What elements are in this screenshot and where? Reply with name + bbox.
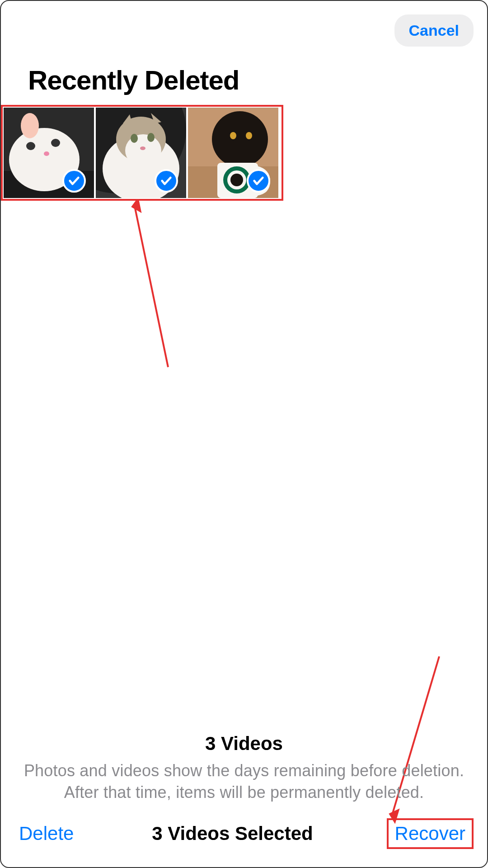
svg-point-15 xyxy=(147,133,155,142)
info-section: 3 Videos Photos and videos show the days… xyxy=(1,733,487,804)
annotation-highlight-thumbnails xyxy=(1,105,283,201)
selection-status: 3 Videos Selected xyxy=(152,823,313,844)
svg-point-21 xyxy=(246,132,252,139)
svg-point-14 xyxy=(131,134,138,143)
thumbnails-container xyxy=(1,105,487,201)
page-title: Recently Deleted xyxy=(1,51,487,105)
cancel-button[interactable]: Cancel xyxy=(394,14,474,47)
svg-point-19 xyxy=(212,111,268,167)
bottom-toolbar: Delete 3 Videos Selected Recover xyxy=(1,809,487,858)
screen-container: Cancel Recently Deleted xyxy=(0,0,488,868)
selected-check-icon xyxy=(155,169,178,193)
svg-line-27 xyxy=(135,206,168,367)
svg-point-6 xyxy=(44,151,49,156)
svg-point-4 xyxy=(26,142,35,150)
recover-button[interactable]: Recover xyxy=(387,818,474,849)
video-thumbnail-3[interactable] xyxy=(188,108,278,198)
delete-button[interactable]: Delete xyxy=(14,819,78,848)
selected-check-icon xyxy=(247,169,270,193)
svg-point-11 xyxy=(125,134,161,167)
annotation-arrow-icon xyxy=(123,200,186,372)
top-bar: Cancel xyxy=(1,1,487,51)
info-count-label: 3 Videos xyxy=(5,733,483,755)
info-description: Photos and videos show the days remainin… xyxy=(5,760,483,804)
svg-point-16 xyxy=(140,146,145,150)
selected-check-icon xyxy=(62,169,86,193)
svg-point-3 xyxy=(21,113,39,138)
video-thumbnail-1[interactable] xyxy=(4,108,94,198)
svg-point-5 xyxy=(51,139,60,147)
svg-point-25 xyxy=(230,174,243,186)
video-thumbnail-2[interactable] xyxy=(96,108,186,198)
svg-point-20 xyxy=(230,132,236,139)
